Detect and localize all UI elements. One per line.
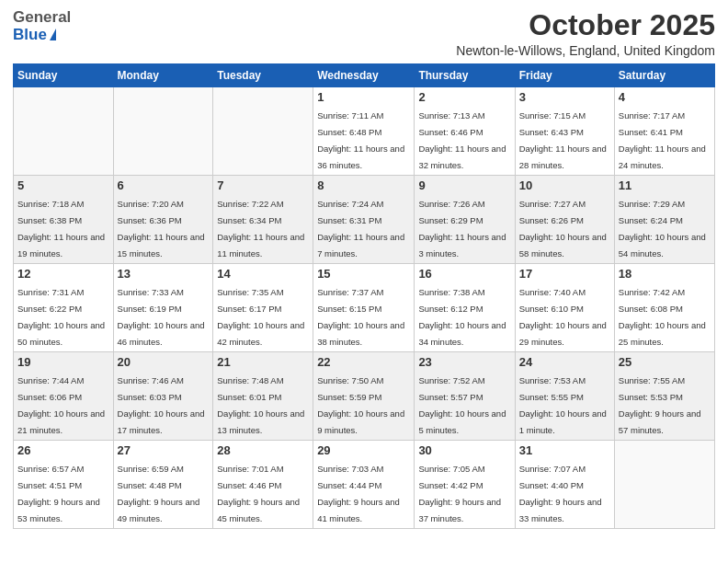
weekday-header-friday: Friday <box>515 64 614 87</box>
day-info: Sunrise: 7:11 AMSunset: 6:48 PMDaylight:… <box>317 110 404 170</box>
calendar-cell: 21 Sunrise: 7:48 AMSunset: 6:01 PMDaylig… <box>213 352 313 441</box>
day-number: 29 <box>317 443 410 457</box>
day-number: 17 <box>519 267 610 281</box>
week-row-2: 5 Sunrise: 7:18 AMSunset: 6:38 PMDayligh… <box>14 176 715 264</box>
logo-triangle-icon <box>50 29 56 40</box>
day-info: Sunrise: 7:17 AMSunset: 6:41 PMDaylight:… <box>619 110 706 170</box>
week-row-3: 12 Sunrise: 7:31 AMSunset: 6:22 PMDaylig… <box>14 264 715 352</box>
day-number: 22 <box>317 355 410 369</box>
calendar-cell: 19 Sunrise: 7:44 AMSunset: 6:06 PMDaylig… <box>14 352 114 441</box>
calendar-cell: 6 Sunrise: 7:20 AMSunset: 6:36 PMDayligh… <box>113 176 213 264</box>
day-number: 26 <box>17 443 109 457</box>
calendar-cell: 5 Sunrise: 7:18 AMSunset: 6:38 PMDayligh… <box>14 176 114 264</box>
day-info: Sunrise: 7:03 AMSunset: 4:44 PMDaylight:… <box>317 464 400 523</box>
day-info: Sunrise: 7:50 AMSunset: 5:59 PMDaylight:… <box>317 375 404 435</box>
calendar-cell: 30 Sunrise: 7:05 AMSunset: 4:42 PMDaylig… <box>415 441 515 529</box>
calendar-cell: 9 Sunrise: 7:26 AMSunset: 6:29 PMDayligh… <box>415 176 515 264</box>
calendar-cell: 22 Sunrise: 7:50 AMSunset: 5:59 PMDaylig… <box>313 352 415 441</box>
calendar-cell: 11 Sunrise: 7:29 AMSunset: 6:24 PMDaylig… <box>614 176 714 264</box>
logo: General Blue <box>13 9 71 43</box>
day-info: Sunrise: 6:57 AMSunset: 4:51 PMDaylight:… <box>17 464 100 523</box>
weekday-header-thursday: Thursday <box>415 64 515 87</box>
calendar-cell: 28 Sunrise: 7:01 AMSunset: 4:46 PMDaylig… <box>213 441 313 529</box>
day-info: Sunrise: 7:20 AMSunset: 6:36 PMDaylight:… <box>118 199 205 259</box>
calendar-cell: 23 Sunrise: 7:52 AMSunset: 5:57 PMDaylig… <box>415 352 515 441</box>
day-number: 21 <box>217 355 309 369</box>
calendar-cell <box>213 87 313 176</box>
calendar: SundayMondayTuesdayWednesdayThursdayFrid… <box>13 63 715 529</box>
day-number: 3 <box>519 90 610 104</box>
weekday-header-sunday: Sunday <box>14 64 114 87</box>
day-info: Sunrise: 7:27 AMSunset: 6:26 PMDaylight:… <box>519 199 607 259</box>
calendar-cell: 12 Sunrise: 7:31 AMSunset: 6:22 PMDaylig… <box>14 264 114 352</box>
title-area: October 2025 Newton-le-Willows, England,… <box>456 9 715 58</box>
day-info: Sunrise: 7:52 AMSunset: 5:57 PMDaylight:… <box>418 375 506 435</box>
day-number: 5 <box>17 178 109 192</box>
day-info: Sunrise: 6:59 AMSunset: 4:48 PMDaylight:… <box>118 464 200 523</box>
day-number: 27 <box>118 443 210 457</box>
day-number: 18 <box>619 267 711 281</box>
day-info: Sunrise: 7:53 AMSunset: 5:55 PMDaylight:… <box>519 375 607 435</box>
weekday-header-tuesday: Tuesday <box>213 64 313 87</box>
week-row-5: 26 Sunrise: 6:57 AMSunset: 4:51 PMDaylig… <box>14 441 715 529</box>
calendar-cell: 4 Sunrise: 7:17 AMSunset: 6:41 PMDayligh… <box>614 87 714 176</box>
day-info: Sunrise: 7:05 AMSunset: 4:42 PMDaylight:… <box>418 464 501 523</box>
day-info: Sunrise: 7:29 AMSunset: 6:24 PMDaylight:… <box>619 199 706 259</box>
day-number: 11 <box>619 178 711 192</box>
day-number: 19 <box>17 355 109 369</box>
weekday-header-monday: Monday <box>113 64 213 87</box>
day-info: Sunrise: 7:15 AMSunset: 6:43 PMDaylight:… <box>519 110 607 170</box>
day-info: Sunrise: 7:18 AMSunset: 6:38 PMDaylight:… <box>17 199 105 259</box>
day-number: 31 <box>519 443 610 457</box>
day-number: 8 <box>317 178 410 192</box>
week-row-4: 19 Sunrise: 7:44 AMSunset: 6:06 PMDaylig… <box>14 352 715 441</box>
page: General Blue October 2025 Newton-le-Will… <box>0 0 728 563</box>
day-number: 12 <box>17 267 109 281</box>
calendar-cell <box>113 87 213 176</box>
calendar-cell: 10 Sunrise: 7:27 AMSunset: 6:26 PMDaylig… <box>515 176 614 264</box>
day-number: 7 <box>217 178 309 192</box>
day-info: Sunrise: 7:01 AMSunset: 4:46 PMDaylight:… <box>217 464 300 523</box>
weekday-header-wednesday: Wednesday <box>313 64 415 87</box>
logo-blue: Blue <box>13 27 47 44</box>
calendar-cell: 15 Sunrise: 7:37 AMSunset: 6:15 PMDaylig… <box>313 264 415 352</box>
day-info: Sunrise: 7:48 AMSunset: 6:01 PMDaylight:… <box>217 375 304 435</box>
day-number: 16 <box>418 267 510 281</box>
day-info: Sunrise: 7:40 AMSunset: 6:10 PMDaylight:… <box>519 287 607 347</box>
day-number: 1 <box>317 90 410 104</box>
calendar-cell: 25 Sunrise: 7:55 AMSunset: 5:53 PMDaylig… <box>614 352 714 441</box>
day-number: 9 <box>418 178 510 192</box>
day-info: Sunrise: 7:33 AMSunset: 6:19 PMDaylight:… <box>118 287 205 347</box>
day-number: 6 <box>118 178 210 192</box>
day-number: 15 <box>317 267 410 281</box>
day-info: Sunrise: 7:38 AMSunset: 6:12 PMDaylight:… <box>418 287 506 347</box>
day-number: 28 <box>217 443 309 457</box>
calendar-cell: 27 Sunrise: 6:59 AMSunset: 4:48 PMDaylig… <box>113 441 213 529</box>
day-info: Sunrise: 7:24 AMSunset: 6:31 PMDaylight:… <box>317 199 404 259</box>
day-number: 24 <box>519 355 610 369</box>
calendar-cell: 7 Sunrise: 7:22 AMSunset: 6:34 PMDayligh… <box>213 176 313 264</box>
day-info: Sunrise: 7:44 AMSunset: 6:06 PMDaylight:… <box>17 375 105 435</box>
week-row-1: 1 Sunrise: 7:11 AMSunset: 6:48 PMDayligh… <box>14 87 715 176</box>
calendar-cell: 31 Sunrise: 7:07 AMSunset: 4:40 PMDaylig… <box>515 441 614 529</box>
calendar-cell: 24 Sunrise: 7:53 AMSunset: 5:55 PMDaylig… <box>515 352 614 441</box>
calendar-cell: 29 Sunrise: 7:03 AMSunset: 4:44 PMDaylig… <box>313 441 415 529</box>
calendar-cell: 13 Sunrise: 7:33 AMSunset: 6:19 PMDaylig… <box>113 264 213 352</box>
day-number: 2 <box>418 90 510 104</box>
logo-general: General <box>13 9 71 27</box>
month-title: October 2025 <box>456 9 715 41</box>
day-number: 30 <box>418 443 510 457</box>
calendar-cell: 16 Sunrise: 7:38 AMSunset: 6:12 PMDaylig… <box>415 264 515 352</box>
day-number: 10 <box>519 178 610 192</box>
day-info: Sunrise: 7:35 AMSunset: 6:17 PMDaylight:… <box>217 287 304 347</box>
day-info: Sunrise: 7:26 AMSunset: 6:29 PMDaylight:… <box>418 199 506 259</box>
day-number: 23 <box>418 355 510 369</box>
weekday-header-saturday: Saturday <box>614 64 714 87</box>
day-info: Sunrise: 7:42 AMSunset: 6:08 PMDaylight:… <box>619 287 706 347</box>
calendar-cell: 8 Sunrise: 7:24 AMSunset: 6:31 PMDayligh… <box>313 176 415 264</box>
calendar-cell: 3 Sunrise: 7:15 AMSunset: 6:43 PMDayligh… <box>515 87 614 176</box>
day-info: Sunrise: 7:22 AMSunset: 6:34 PMDaylight:… <box>217 199 304 259</box>
location: Newton-le-Willows, England, United Kingd… <box>456 43 715 58</box>
day-info: Sunrise: 7:55 AMSunset: 5:53 PMDaylight:… <box>619 375 701 435</box>
calendar-cell: 26 Sunrise: 6:57 AMSunset: 4:51 PMDaylig… <box>14 441 114 529</box>
